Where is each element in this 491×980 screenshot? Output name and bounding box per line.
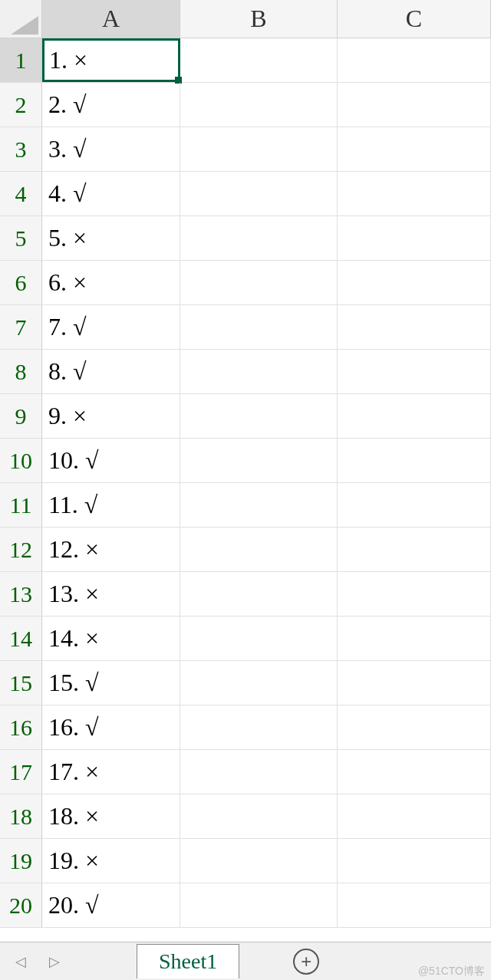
cell[interactable] <box>338 483 491 527</box>
row-header[interactable]: 11 <box>0 483 42 527</box>
table-row: 1212. × <box>0 528 491 572</box>
plus-icon: + <box>301 951 311 972</box>
cell[interactable]: 10. √ <box>42 439 180 482</box>
table-row: 1818. × <box>0 794 491 839</box>
cell[interactable]: 12. × <box>42 528 180 571</box>
cell[interactable]: 13. × <box>42 572 180 616</box>
column-headers: A B C <box>0 0 491 38</box>
cell[interactable] <box>180 750 338 794</box>
cell[interactable] <box>180 216 338 260</box>
cell[interactable] <box>338 661 491 705</box>
cell[interactable]: 18. × <box>42 794 180 838</box>
row-header[interactable]: 19 <box>0 839 42 883</box>
row-header[interactable]: 7 <box>0 305 42 349</box>
cell[interactable] <box>338 394 491 438</box>
cell[interactable]: 19. × <box>42 839 180 883</box>
row-header[interactable]: 14 <box>0 617 42 660</box>
cell[interactable]: 8. √ <box>42 350 180 393</box>
cell[interactable]: 14. × <box>42 617 180 660</box>
cell[interactable] <box>338 83 491 127</box>
next-sheet-icon[interactable]: ▷ <box>49 953 60 970</box>
cell[interactable] <box>180 528 338 571</box>
cell[interactable] <box>180 350 338 393</box>
cell[interactable]: 6. × <box>42 261 180 304</box>
cell[interactable] <box>180 839 338 883</box>
cell[interactable]: 9. × <box>42 394 180 438</box>
row-header[interactable]: 9 <box>0 394 42 438</box>
cell[interactable] <box>180 261 338 304</box>
cell[interactable]: 3. √ <box>42 127 180 171</box>
row-header[interactable]: 10 <box>0 439 42 482</box>
table-row: 33. √ <box>0 127 491 172</box>
cell[interactable] <box>338 127 491 171</box>
cell[interactable] <box>180 83 338 127</box>
row-header[interactable]: 18 <box>0 794 42 838</box>
cell[interactable] <box>338 883 491 927</box>
cell[interactable] <box>338 528 491 571</box>
cell[interactable] <box>180 439 338 482</box>
cell[interactable] <box>338 216 491 260</box>
prev-sheet-icon[interactable]: ◁ <box>15 953 26 970</box>
cell[interactable] <box>338 750 491 794</box>
cell[interactable]: 15. √ <box>42 661 180 705</box>
cell[interactable] <box>338 38 491 82</box>
table-row: 11. × <box>0 38 491 83</box>
cell[interactable] <box>180 572 338 616</box>
cell[interactable] <box>180 172 338 215</box>
cell[interactable] <box>180 38 338 82</box>
cell[interactable] <box>180 661 338 705</box>
cell[interactable] <box>338 350 491 393</box>
cell[interactable]: 11. √ <box>42 483 180 527</box>
cell[interactable] <box>180 483 338 527</box>
cell[interactable]: 16. √ <box>42 705 180 749</box>
cell[interactable]: 2. √ <box>42 83 180 127</box>
cell[interactable]: 1. × <box>42 38 180 82</box>
cell[interactable] <box>180 305 338 349</box>
cell[interactable] <box>338 705 491 749</box>
table-row: 1313. × <box>0 572 491 617</box>
cell[interactable] <box>338 839 491 883</box>
col-header-b[interactable]: B <box>180 0 338 38</box>
select-all-corner[interactable] <box>0 0 42 38</box>
row-header[interactable]: 17 <box>0 750 42 794</box>
cell[interactable] <box>338 172 491 215</box>
table-row: 77. √ <box>0 305 491 350</box>
table-row: 99. × <box>0 394 491 439</box>
row-header[interactable]: 8 <box>0 350 42 393</box>
cell[interactable]: 7. √ <box>42 305 180 349</box>
cell[interactable] <box>180 705 338 749</box>
spreadsheet-grid: A B C 11. ×22. √33. √44. √55. ×66. ×77. … <box>0 0 491 942</box>
col-header-a[interactable]: A <box>42 0 180 38</box>
col-header-c[interactable]: C <box>338 0 491 38</box>
table-row: 66. × <box>0 261 491 305</box>
row-header[interactable]: 2 <box>0 83 42 127</box>
cell[interactable] <box>180 394 338 438</box>
cell[interactable] <box>338 617 491 660</box>
row-header[interactable]: 4 <box>0 172 42 215</box>
row-header[interactable]: 13 <box>0 572 42 616</box>
cell[interactable] <box>338 305 491 349</box>
cell[interactable] <box>338 794 491 838</box>
add-sheet-button[interactable]: + <box>293 949 319 975</box>
row-header[interactable]: 3 <box>0 127 42 171</box>
cell[interactable]: 17. × <box>42 750 180 794</box>
row-header[interactable]: 5 <box>0 216 42 260</box>
cell[interactable]: 5. × <box>42 216 180 260</box>
cell[interactable] <box>180 794 338 838</box>
cell[interactable]: 4. √ <box>42 172 180 215</box>
cell[interactable] <box>180 883 338 927</box>
row-header[interactable]: 16 <box>0 705 42 749</box>
table-row: 1717. × <box>0 750 491 794</box>
cell[interactable] <box>180 127 338 171</box>
row-header[interactable]: 12 <box>0 528 42 571</box>
row-header[interactable]: 6 <box>0 261 42 304</box>
row-header[interactable]: 1 <box>0 38 42 82</box>
cell[interactable] <box>180 617 338 660</box>
row-header[interactable]: 15 <box>0 661 42 705</box>
cell[interactable] <box>338 261 491 304</box>
cell[interactable] <box>338 572 491 616</box>
cell[interactable]: 20. √ <box>42 883 180 927</box>
row-header[interactable]: 20 <box>0 883 42 927</box>
cell[interactable] <box>338 439 491 482</box>
sheet-tab[interactable]: Sheet1 <box>137 944 239 978</box>
